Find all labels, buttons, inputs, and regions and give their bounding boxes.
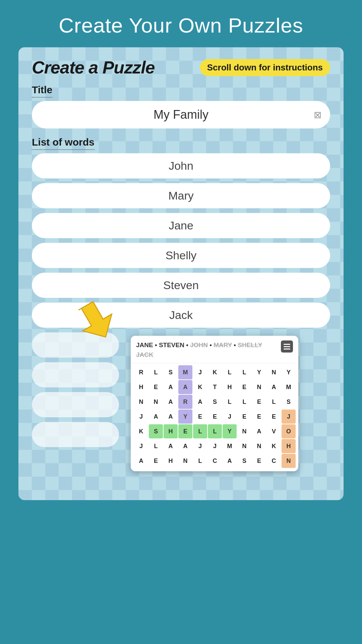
grid-cell-1-6: H: [223, 380, 237, 394]
grid-cell-6-5: C: [208, 454, 222, 468]
grid-cell-5-4: J: [193, 439, 207, 453]
grid-cell-6-9: C: [267, 454, 281, 468]
preview-header: JANE • STEVEN • JOHN • MARY • SHELLY JAC…: [131, 336, 298, 363]
empty-field-4[interactable]: [32, 422, 119, 447]
menu-line-2: [284, 346, 290, 347]
menu-line-1: [284, 344, 290, 345]
grid-cell-4-7: N: [237, 424, 251, 438]
grid-cell-1-4: K: [193, 380, 207, 394]
grid-cell-1-0: H: [134, 380, 148, 394]
title-section: Title My Family ⊠: [32, 84, 330, 128]
grid-cell-0-3: M: [178, 365, 192, 379]
grid-cell-5-6: M: [223, 439, 237, 453]
grid-cell-3-9: E: [267, 410, 281, 424]
grid-cell-1-5: T: [208, 380, 222, 394]
grid-cell-1-2: A: [164, 380, 178, 394]
grid-cell-4-9: V: [267, 424, 281, 438]
grid-cell-4-8: A: [252, 424, 266, 438]
page-title: Create Your Own Puzzles: [0, 0, 362, 47]
grid-cell-2-4: A: [193, 395, 207, 409]
grid-cell-0-10: Y: [282, 365, 296, 379]
grid-cell-0-1: L: [149, 365, 163, 379]
grid-cell-2-1: N: [149, 395, 163, 409]
grid-cell-4-1: S: [149, 424, 163, 438]
grid-cell-6-1: E: [149, 454, 163, 468]
grid-cell-0-8: Y: [252, 365, 266, 379]
grid-cell-5-9: K: [267, 439, 281, 453]
arrow-icon: [75, 296, 129, 339]
words-section: List of words John Mary Jane Shelly Stev…: [32, 137, 330, 487]
grid-cell-0-6: L: [223, 365, 237, 379]
grid-cell-6-3: N: [178, 454, 192, 468]
grid-cell-4-5: L: [208, 424, 222, 438]
grid-cell-4-4: L: [193, 424, 207, 438]
empty-fields: [32, 332, 119, 452]
grid-cell-0-0: R: [134, 365, 148, 379]
menu-button[interactable]: [281, 340, 293, 353]
word-grid: RLSMJKLLYNYHEAAKTHENAMNNARASLLELSJAAYEEJ…: [131, 363, 298, 471]
title-label: Title: [32, 84, 52, 98]
grid-cell-5-7: N: [237, 439, 251, 453]
title-value: My Family: [154, 108, 208, 122]
word-field-steven[interactable]: Steven: [32, 273, 330, 298]
word-field-jane[interactable]: Jane: [32, 213, 330, 238]
page-header: Create Your Own Puzzles: [0, 0, 362, 47]
preview-word-list: JANE • STEVEN • JOHN • MARY • SHELLY JAC…: [136, 340, 278, 360]
word-field-john[interactable]: John: [32, 153, 330, 178]
grid-cell-6-2: H: [164, 454, 178, 468]
empty-field-3[interactable]: [32, 392, 119, 417]
grid-cell-5-10: H: [282, 439, 296, 453]
grid-cell-3-1: A: [149, 410, 163, 424]
grid-cell-0-4: J: [193, 365, 207, 379]
word-jack-struck: JACK: [136, 351, 154, 358]
grid-cell-2-7: L: [237, 395, 251, 409]
grid-cell-3-0: J: [134, 410, 148, 424]
grid-cell-3-2: A: [164, 410, 178, 424]
grid-cell-2-8: E: [252, 395, 266, 409]
grid-cell-3-10: J: [282, 410, 296, 424]
empty-field-2[interactable]: [32, 362, 119, 387]
bottom-section: JANE • STEVEN • JOHN • MARY • SHELLY JAC…: [32, 332, 330, 487]
grid-cell-6-0: A: [134, 454, 148, 468]
svg-marker-0: [75, 297, 120, 339]
grid-cell-4-0: K: [134, 424, 148, 438]
scroll-badge[interactable]: Scroll down for instructions: [200, 59, 330, 76]
clear-icon[interactable]: ⊠: [314, 109, 321, 120]
grid-cell-2-5: S: [208, 395, 222, 409]
grid-cell-1-3: A: [178, 380, 192, 394]
grid-cell-1-9: A: [267, 380, 281, 394]
word-john-struck: JOHN: [190, 341, 208, 348]
arrow-area: Jack: [32, 303, 330, 328]
grid-cell-1-8: N: [252, 380, 266, 394]
grid-cell-4-2: H: [164, 424, 178, 438]
word-jane: JANE: [136, 341, 153, 348]
grid-cell-3-4: E: [193, 410, 207, 424]
grid-cell-5-1: L: [149, 439, 163, 453]
menu-line-3: [284, 348, 290, 350]
word-mary-struck: MARY: [214, 341, 232, 348]
grid-cell-6-8: E: [252, 454, 266, 468]
grid-cell-1-7: E: [237, 380, 251, 394]
grid-cell-3-3: Y: [178, 410, 192, 424]
grid-cell-3-7: E: [237, 410, 251, 424]
grid-cell-5-2: A: [164, 439, 178, 453]
grid-cell-5-8: N: [252, 439, 266, 453]
grid-cell-3-6: J: [223, 410, 237, 424]
grid-cell-5-3: A: [178, 439, 192, 453]
main-card: Create a Puzzle Scroll down for instruct…: [18, 47, 344, 500]
grid-cell-2-3: R: [178, 395, 192, 409]
grid-cell-4-3: E: [178, 424, 192, 438]
word-field-shelly[interactable]: Shelly: [32, 243, 330, 268]
word-field-mary[interactable]: Mary: [32, 183, 330, 208]
grid-cell-0-5: K: [208, 365, 222, 379]
words-label: List of words: [32, 137, 95, 150]
grid-cell-2-2: A: [164, 395, 178, 409]
puzzle-grid: RLSMJKLLYNYHEAAKTHENAMNNARASLLELSJAAYEEJ…: [134, 365, 295, 468]
title-input[interactable]: My Family ⊠: [32, 101, 330, 128]
preview-popup: JANE • STEVEN • JOHN • MARY • SHELLY JAC…: [131, 336, 298, 471]
grid-cell-1-10: M: [282, 380, 296, 394]
grid-cell-6-6: A: [223, 454, 237, 468]
grid-cell-3-5: E: [208, 410, 222, 424]
grid-cell-2-10: S: [282, 395, 296, 409]
grid-cell-6-4: L: [193, 454, 207, 468]
